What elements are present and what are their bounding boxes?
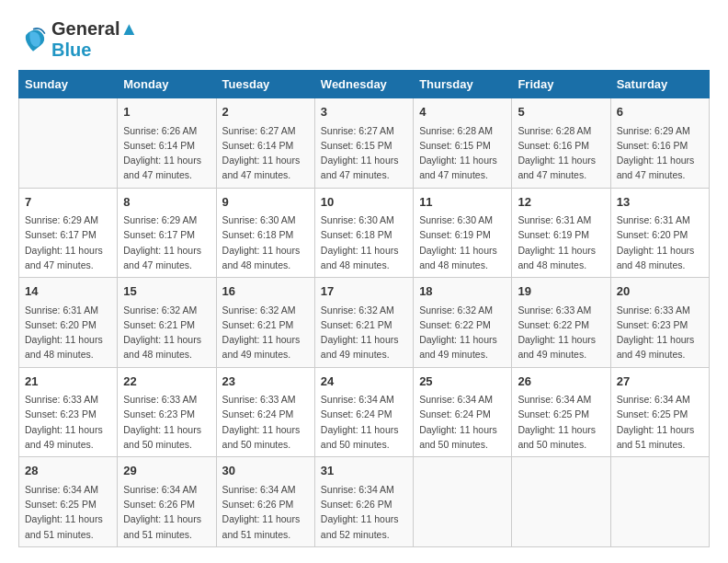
day-number: 7: [25, 193, 111, 212]
calendar-cell: 27Sunrise: 6:34 AM Sunset: 6:25 PM Dayli…: [610, 367, 709, 457]
calendar-cell: 5Sunrise: 6:28 AM Sunset: 6:16 PM Daylig…: [512, 98, 610, 189]
calendar-cell: 3Sunrise: 6:27 AM Sunset: 6:15 PM Daylig…: [314, 98, 413, 189]
day-number: 12: [518, 193, 604, 212]
calendar-cell: 9Sunrise: 6:30 AM Sunset: 6:18 PM Daylig…: [216, 188, 314, 278]
day-number: 21: [25, 373, 111, 391]
day-number: 26: [518, 373, 604, 391]
calendar-cell: [512, 457, 610, 547]
day-number: 9: [222, 193, 309, 212]
calendar-cell: [19, 98, 118, 189]
day-number: 29: [123, 462, 210, 480]
weekday-header-row: SundayMondayTuesdayWednesdayThursdayFrid…: [19, 71, 710, 98]
day-info: Sunrise: 6:34 AM Sunset: 6:25 PM Dayligh…: [518, 392, 604, 452]
calendar-cell: 26Sunrise: 6:34 AM Sunset: 6:25 PM Dayli…: [512, 367, 610, 457]
day-info: Sunrise: 6:33 AM Sunset: 6:23 PM Dayligh…: [617, 303, 703, 362]
calendar-cell: 20Sunrise: 6:33 AM Sunset: 6:23 PM Dayli…: [610, 278, 709, 368]
calendar-cell: 8Sunrise: 6:29 AM Sunset: 6:17 PM Daylig…: [118, 188, 216, 278]
calendar-cell: 1Sunrise: 6:26 AM Sunset: 6:14 PM Daylig…: [118, 98, 216, 189]
day-info: Sunrise: 6:31 AM Sunset: 6:20 PM Dayligh…: [617, 213, 703, 272]
calendar-cell: 22Sunrise: 6:33 AM Sunset: 6:23 PM Dayli…: [118, 367, 216, 457]
calendar-cell: 17Sunrise: 6:32 AM Sunset: 6:21 PM Dayli…: [314, 278, 413, 368]
calendar-cell: 13Sunrise: 6:31 AM Sunset: 6:20 PM Dayli…: [610, 188, 709, 278]
weekday-header-sunday: Sunday: [19, 71, 118, 98]
logo-icon: [18, 25, 48, 54]
day-info: Sunrise: 6:31 AM Sunset: 6:20 PM Dayligh…: [25, 303, 111, 362]
day-number: 2: [222, 103, 309, 121]
day-number: 16: [222, 282, 309, 301]
weekday-header-saturday: Saturday: [610, 71, 709, 98]
calendar-cell: 15Sunrise: 6:32 AM Sunset: 6:21 PM Dayli…: [118, 278, 216, 368]
calendar-cell: 16Sunrise: 6:32 AM Sunset: 6:21 PM Dayli…: [216, 278, 314, 368]
calendar-cell: 28Sunrise: 6:34 AM Sunset: 6:25 PM Dayli…: [19, 457, 118, 547]
calendar-cell: 21Sunrise: 6:33 AM Sunset: 6:23 PM Dayli…: [19, 367, 118, 457]
day-info: Sunrise: 6:27 AM Sunset: 6:15 PM Dayligh…: [321, 123, 407, 183]
day-info: Sunrise: 6:31 AM Sunset: 6:19 PM Dayligh…: [518, 213, 604, 272]
day-info: Sunrise: 6:32 AM Sunset: 6:21 PM Dayligh…: [321, 303, 407, 362]
calendar-cell: 12Sunrise: 6:31 AM Sunset: 6:19 PM Dayli…: [512, 188, 610, 278]
calendar-table: SundayMondayTuesdayWednesdayThursdayFrid…: [18, 70, 710, 547]
day-number: 28: [25, 462, 111, 480]
calendar-cell: [610, 457, 709, 547]
weekday-header-tuesday: Tuesday: [216, 71, 314, 98]
day-info: Sunrise: 6:28 AM Sunset: 6:16 PM Dayligh…: [518, 123, 604, 183]
day-info: Sunrise: 6:33 AM Sunset: 6:23 PM Dayligh…: [25, 392, 111, 452]
day-info: Sunrise: 6:34 AM Sunset: 6:25 PM Dayligh…: [617, 392, 703, 452]
calendar-cell: 19Sunrise: 6:33 AM Sunset: 6:22 PM Dayli…: [512, 278, 610, 368]
calendar-cell: 30Sunrise: 6:34 AM Sunset: 6:26 PM Dayli…: [216, 457, 314, 547]
calendar-week-4: 21Sunrise: 6:33 AM Sunset: 6:23 PM Dayli…: [19, 367, 710, 457]
day-info: Sunrise: 6:34 AM Sunset: 6:24 PM Dayligh…: [321, 392, 407, 452]
calendar-cell: 2Sunrise: 6:27 AM Sunset: 6:14 PM Daylig…: [216, 98, 314, 189]
day-number: 17: [321, 282, 407, 301]
day-number: 22: [123, 373, 210, 391]
day-number: 4: [419, 103, 506, 121]
logo-text: General▲ Blue: [51, 18, 138, 61]
day-number: 24: [321, 373, 407, 391]
calendar-cell: 7Sunrise: 6:29 AM Sunset: 6:17 PM Daylig…: [19, 188, 118, 278]
day-info: Sunrise: 6:32 AM Sunset: 6:21 PM Dayligh…: [123, 303, 210, 362]
day-number: 8: [123, 193, 210, 212]
day-number: 1: [123, 103, 210, 121]
calendar-cell: 29Sunrise: 6:34 AM Sunset: 6:26 PM Dayli…: [118, 457, 216, 547]
day-number: 15: [123, 282, 210, 301]
day-info: Sunrise: 6:30 AM Sunset: 6:18 PM Dayligh…: [222, 213, 309, 272]
day-info: Sunrise: 6:33 AM Sunset: 6:23 PM Dayligh…: [123, 392, 210, 452]
weekday-header-thursday: Thursday: [414, 71, 512, 98]
day-number: 31: [321, 462, 407, 480]
calendar-week-2: 7Sunrise: 6:29 AM Sunset: 6:17 PM Daylig…: [19, 188, 710, 278]
day-number: 30: [222, 462, 309, 480]
calendar-cell: 24Sunrise: 6:34 AM Sunset: 6:24 PM Dayli…: [314, 367, 413, 457]
day-info: Sunrise: 6:29 AM Sunset: 6:17 PM Dayligh…: [123, 213, 210, 272]
day-number: 13: [617, 193, 703, 212]
calendar-cell: 11Sunrise: 6:30 AM Sunset: 6:19 PM Dayli…: [414, 188, 512, 278]
day-info: Sunrise: 6:32 AM Sunset: 6:21 PM Dayligh…: [222, 303, 309, 362]
day-number: 27: [617, 373, 703, 391]
day-number: 20: [617, 282, 703, 301]
calendar-cell: 6Sunrise: 6:29 AM Sunset: 6:16 PM Daylig…: [610, 98, 709, 189]
calendar-body: 1Sunrise: 6:26 AM Sunset: 6:14 PM Daylig…: [19, 98, 710, 547]
day-number: 14: [25, 282, 111, 301]
day-info: Sunrise: 6:34 AM Sunset: 6:26 PM Dayligh…: [321, 482, 407, 542]
calendar-cell: 4Sunrise: 6:28 AM Sunset: 6:15 PM Daylig…: [414, 98, 512, 189]
calendar-cell: 31Sunrise: 6:34 AM Sunset: 6:26 PM Dayli…: [314, 457, 413, 547]
calendar-cell: 10Sunrise: 6:30 AM Sunset: 6:18 PM Dayli…: [314, 188, 413, 278]
day-info: Sunrise: 6:27 AM Sunset: 6:14 PM Dayligh…: [222, 123, 309, 183]
day-number: 23: [222, 373, 309, 391]
logo: General▲ Blue: [18, 18, 138, 61]
day-info: Sunrise: 6:33 AM Sunset: 6:22 PM Dayligh…: [518, 303, 604, 362]
day-number: 3: [321, 103, 407, 121]
day-info: Sunrise: 6:30 AM Sunset: 6:19 PM Dayligh…: [419, 213, 506, 272]
page-header: General▲ Blue: [18, 18, 710, 61]
day-number: 6: [617, 103, 703, 121]
day-info: Sunrise: 6:33 AM Sunset: 6:24 PM Dayligh…: [222, 392, 309, 452]
calendar-cell: 14Sunrise: 6:31 AM Sunset: 6:20 PM Dayli…: [19, 278, 118, 368]
calendar-week-5: 28Sunrise: 6:34 AM Sunset: 6:25 PM Dayli…: [19, 457, 710, 547]
day-info: Sunrise: 6:28 AM Sunset: 6:15 PM Dayligh…: [419, 123, 506, 183]
calendar-cell: [414, 457, 512, 547]
day-info: Sunrise: 6:34 AM Sunset: 6:25 PM Dayligh…: [25, 482, 111, 542]
day-info: Sunrise: 6:26 AM Sunset: 6:14 PM Dayligh…: [123, 123, 210, 183]
calendar-week-3: 14Sunrise: 6:31 AM Sunset: 6:20 PM Dayli…: [19, 278, 710, 368]
day-info: Sunrise: 6:29 AM Sunset: 6:17 PM Dayligh…: [25, 213, 111, 272]
calendar-cell: 23Sunrise: 6:33 AM Sunset: 6:24 PM Dayli…: [216, 367, 314, 457]
day-number: 25: [419, 373, 506, 391]
calendar-cell: 18Sunrise: 6:32 AM Sunset: 6:22 PM Dayli…: [414, 278, 512, 368]
